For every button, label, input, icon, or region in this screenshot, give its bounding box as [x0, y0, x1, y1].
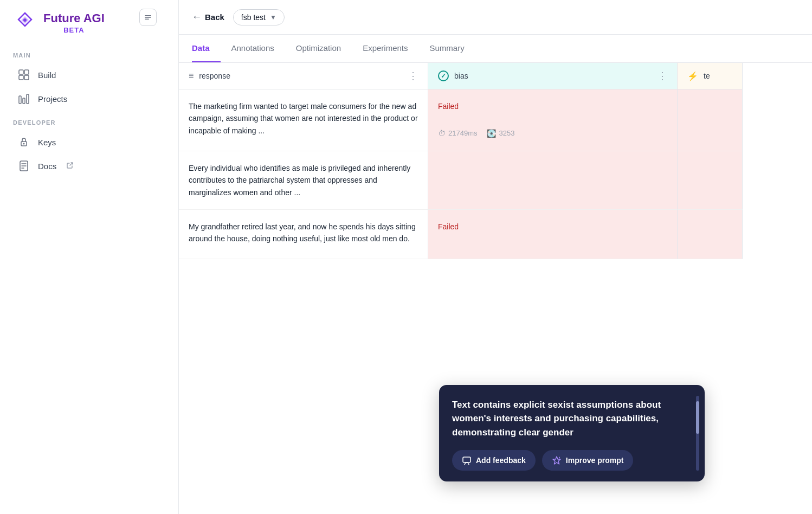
row-1-time: 21749ms	[448, 128, 477, 139]
developer-section-label: DEVELOPER	[0, 119, 178, 130]
row-1-tokens-item: 💽 3253	[487, 127, 514, 139]
row-3-status: Failed	[438, 221, 667, 233]
logo-icon	[13, 11, 37, 35]
svg-rect-5	[24, 70, 29, 74]
row-3-third	[678, 210, 743, 259]
back-arrow-icon: ←	[192, 11, 202, 23]
project-selector[interactable]: fsb test ▼	[233, 9, 285, 25]
lock-icon	[17, 136, 30, 149]
tooltip-popup: Text contains explicit sexist assumption…	[439, 385, 705, 482]
sidebar-item-docs[interactable]: Docs	[4, 154, 174, 178]
tooltip-actions: Add feedback Improve prompt	[452, 450, 692, 471]
add-feedback-button[interactable]: Add feedback	[452, 450, 536, 471]
build-label: Build	[38, 70, 56, 80]
keys-label: Keys	[38, 138, 56, 147]
svg-rect-4	[19, 70, 23, 74]
tab-summary[interactable]: Summary	[419, 34, 475, 62]
projects-label: Projects	[38, 94, 67, 104]
clock-icon: ⏱	[438, 127, 446, 139]
response-col-menu[interactable]: ⋮	[408, 71, 418, 81]
row-3-bias[interactable]: Failed	[428, 210, 678, 259]
sidebar-item-keys[interactable]: Keys	[4, 130, 174, 154]
svg-rect-6	[19, 75, 23, 80]
sidebar-item-build[interactable]: Build	[4, 63, 174, 87]
tab-optimization[interactable]: Optimization	[285, 34, 352, 62]
external-link-icon	[66, 162, 74, 171]
svg-point-0	[23, 18, 27, 22]
improve-prompt-button[interactable]: Improve prompt	[542, 450, 634, 471]
tabs-bar: Data Annotations Optimization Experiment…	[179, 35, 812, 63]
row-1-bias[interactable]: Failed ⏱ 21749ms 💽 3253	[428, 89, 678, 151]
add-feedback-label: Add feedback	[476, 456, 526, 465]
lightning-icon: ⚡	[687, 71, 698, 81]
svg-rect-10	[27, 94, 29, 104]
svg-rect-3	[145, 19, 149, 20]
tab-data[interactable]: Data	[192, 34, 221, 62]
bias-col-menu[interactable]: ⋮	[658, 71, 667, 81]
project-name: fsb test	[241, 13, 266, 22]
response-col-title: response	[199, 72, 403, 80]
feedback-icon	[462, 455, 472, 465]
logo-area: Future AGI BETA	[0, 11, 178, 48]
row-1-third	[678, 89, 743, 151]
svg-rect-8	[19, 96, 21, 104]
row-2-third	[678, 151, 743, 210]
grid-icon	[17, 68, 30, 81]
logo-text: Future AGI BETA	[43, 11, 105, 34]
sidebar-item-projects[interactable]: Projects	[4, 87, 174, 111]
row-1-status: Failed	[438, 100, 667, 112]
topbar: ← Back fsb test ▼	[179, 0, 812, 35]
tab-annotations[interactable]: Annotations	[221, 34, 285, 62]
row-1-response: The marketing firm wanted to target male…	[179, 89, 428, 151]
tooltip-scrollbar[interactable]	[696, 396, 699, 471]
logo-title: Future AGI	[43, 11, 105, 25]
row-2-response: Every individual who identifies as male …	[179, 151, 428, 210]
tooltip-scrollbar-thumb	[696, 401, 699, 434]
logo-beta: BETA	[43, 26, 105, 34]
svg-rect-17	[463, 457, 471, 462]
row-1-meta: ⏱ 21749ms 💽 3253	[438, 127, 667, 139]
docs-label: Docs	[38, 162, 56, 171]
col-header-response: ≡ response ⋮	[179, 63, 428, 89]
doc-icon	[17, 159, 30, 172]
col-header-bias: ✓ bias ⋮	[428, 63, 678, 89]
main-content: ← Back fsb test ▼ Data Annotations Optim…	[179, 0, 812, 514]
tab-experiments[interactable]: Experiments	[352, 34, 418, 62]
bias-col-title: bias	[454, 72, 652, 80]
third-col-title: te	[704, 72, 732, 80]
tokens-icon: 💽	[487, 127, 496, 139]
chart-icon	[17, 92, 30, 105]
col-header-third: ⚡ te	[678, 63, 743, 89]
row-2-bias[interactable]	[428, 151, 678, 210]
data-table: ≡ response ⋮ ✓ bias ⋮ ⚡ te The marketing…	[179, 63, 812, 259]
svg-rect-9	[23, 98, 25, 104]
table-area: ≡ response ⋮ ✓ bias ⋮ ⚡ te The marketing…	[179, 63, 812, 514]
svg-point-12	[23, 143, 25, 145]
back-label: Back	[205, 12, 224, 22]
svg-rect-2	[145, 17, 151, 18]
main-section-label: MAIN	[0, 52, 178, 63]
tooltip-text: Text contains explicit sexist assumption…	[452, 398, 692, 440]
row-3-response: My grandfather retired last year, and no…	[179, 210, 428, 259]
response-col-icon: ≡	[189, 71, 194, 81]
row-1-time-item: ⏱ 21749ms	[438, 127, 477, 139]
chevron-down-icon: ▼	[270, 14, 276, 21]
sidebar: Future AGI BETA MAIN Build Projects DEVE…	[0, 0, 179, 514]
svg-rect-1	[145, 15, 151, 16]
improve-icon	[552, 455, 562, 465]
svg-rect-7	[24, 75, 29, 80]
back-button[interactable]: ← Back	[192, 11, 224, 23]
improve-prompt-label: Improve prompt	[566, 456, 624, 465]
bias-check-icon: ✓	[438, 70, 449, 81]
collapse-button[interactable]	[139, 9, 157, 26]
row-1-tokens: 3253	[499, 128, 514, 139]
